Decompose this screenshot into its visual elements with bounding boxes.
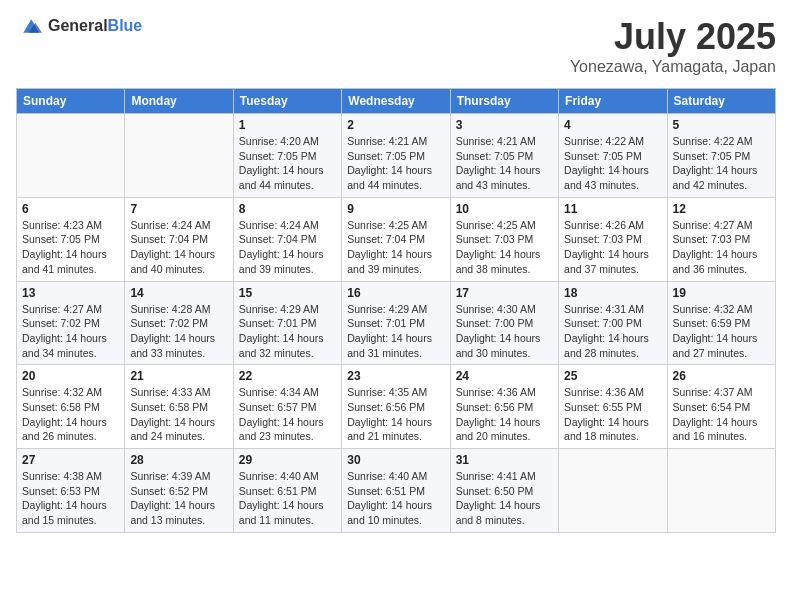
calendar-cell: 16Sunrise: 4:29 AMSunset: 7:01 PMDayligh… <box>342 281 450 365</box>
logo-general: General <box>48 17 108 34</box>
logo-blue: Blue <box>108 17 143 34</box>
day-info: Sunrise: 4:38 AMSunset: 6:53 PMDaylight:… <box>22 469 119 528</box>
calendar-cell: 11Sunrise: 4:26 AMSunset: 7:03 PMDayligh… <box>559 197 667 281</box>
col-header-sunday: Sunday <box>17 89 125 114</box>
day-number: 23 <box>347 369 444 383</box>
day-number: 18 <box>564 286 661 300</box>
day-info: Sunrise: 4:24 AMSunset: 7:04 PMDaylight:… <box>239 218 336 277</box>
calendar-cell: 30Sunrise: 4:40 AMSunset: 6:51 PMDayligh… <box>342 449 450 533</box>
day-number: 19 <box>673 286 770 300</box>
day-info: Sunrise: 4:27 AMSunset: 7:02 PMDaylight:… <box>22 302 119 361</box>
calendar-cell: 15Sunrise: 4:29 AMSunset: 7:01 PMDayligh… <box>233 281 341 365</box>
day-info: Sunrise: 4:37 AMSunset: 6:54 PMDaylight:… <box>673 385 770 444</box>
calendar-cell: 29Sunrise: 4:40 AMSunset: 6:51 PMDayligh… <box>233 449 341 533</box>
day-number: 24 <box>456 369 553 383</box>
calendar-cell: 20Sunrise: 4:32 AMSunset: 6:58 PMDayligh… <box>17 365 125 449</box>
day-info: Sunrise: 4:33 AMSunset: 6:58 PMDaylight:… <box>130 385 227 444</box>
calendar-cell: 31Sunrise: 4:41 AMSunset: 6:50 PMDayligh… <box>450 449 558 533</box>
day-number: 10 <box>456 202 553 216</box>
day-number: 6 <box>22 202 119 216</box>
day-number: 2 <box>347 118 444 132</box>
month-title: July 2025 <box>570 16 776 58</box>
day-number: 25 <box>564 369 661 383</box>
calendar-cell: 26Sunrise: 4:37 AMSunset: 6:54 PMDayligh… <box>667 365 775 449</box>
calendar-week-row: 20Sunrise: 4:32 AMSunset: 6:58 PMDayligh… <box>17 365 776 449</box>
calendar-cell: 21Sunrise: 4:33 AMSunset: 6:58 PMDayligh… <box>125 365 233 449</box>
calendar-cell: 8Sunrise: 4:24 AMSunset: 7:04 PMDaylight… <box>233 197 341 281</box>
calendar-cell: 17Sunrise: 4:30 AMSunset: 7:00 PMDayligh… <box>450 281 558 365</box>
day-number: 16 <box>347 286 444 300</box>
day-info: Sunrise: 4:35 AMSunset: 6:56 PMDaylight:… <box>347 385 444 444</box>
col-header-wednesday: Wednesday <box>342 89 450 114</box>
day-number: 4 <box>564 118 661 132</box>
day-info: Sunrise: 4:34 AMSunset: 6:57 PMDaylight:… <box>239 385 336 444</box>
calendar-cell: 13Sunrise: 4:27 AMSunset: 7:02 PMDayligh… <box>17 281 125 365</box>
day-number: 5 <box>673 118 770 132</box>
day-number: 26 <box>673 369 770 383</box>
location-title: Yonezawa, Yamagata, Japan <box>570 58 776 76</box>
day-info: Sunrise: 4:40 AMSunset: 6:51 PMDaylight:… <box>347 469 444 528</box>
calendar-cell: 6Sunrise: 4:23 AMSunset: 7:05 PMDaylight… <box>17 197 125 281</box>
calendar-cell: 9Sunrise: 4:25 AMSunset: 7:04 PMDaylight… <box>342 197 450 281</box>
day-info: Sunrise: 4:24 AMSunset: 7:04 PMDaylight:… <box>130 218 227 277</box>
day-number: 21 <box>130 369 227 383</box>
calendar-table: SundayMondayTuesdayWednesdayThursdayFrid… <box>16 88 776 533</box>
day-info: Sunrise: 4:32 AMSunset: 6:58 PMDaylight:… <box>22 385 119 444</box>
calendar-week-row: 27Sunrise: 4:38 AMSunset: 6:53 PMDayligh… <box>17 449 776 533</box>
day-number: 30 <box>347 453 444 467</box>
logo-icon <box>16 16 44 36</box>
day-number: 31 <box>456 453 553 467</box>
calendar-cell: 23Sunrise: 4:35 AMSunset: 6:56 PMDayligh… <box>342 365 450 449</box>
calendar-cell: 5Sunrise: 4:22 AMSunset: 7:05 PMDaylight… <box>667 114 775 198</box>
day-info: Sunrise: 4:29 AMSunset: 7:01 PMDaylight:… <box>347 302 444 361</box>
calendar-cell: 27Sunrise: 4:38 AMSunset: 6:53 PMDayligh… <box>17 449 125 533</box>
day-info: Sunrise: 4:36 AMSunset: 6:56 PMDaylight:… <box>456 385 553 444</box>
day-info: Sunrise: 4:25 AMSunset: 7:03 PMDaylight:… <box>456 218 553 277</box>
day-info: Sunrise: 4:20 AMSunset: 7:05 PMDaylight:… <box>239 134 336 193</box>
calendar-cell <box>17 114 125 198</box>
day-number: 12 <box>673 202 770 216</box>
page-header: GeneralBlue July 2025 Yonezawa, Yamagata… <box>16 16 776 76</box>
calendar-cell: 4Sunrise: 4:22 AMSunset: 7:05 PMDaylight… <box>559 114 667 198</box>
calendar-cell: 18Sunrise: 4:31 AMSunset: 7:00 PMDayligh… <box>559 281 667 365</box>
day-number: 15 <box>239 286 336 300</box>
calendar-week-row: 1Sunrise: 4:20 AMSunset: 7:05 PMDaylight… <box>17 114 776 198</box>
day-info: Sunrise: 4:27 AMSunset: 7:03 PMDaylight:… <box>673 218 770 277</box>
calendar-cell <box>125 114 233 198</box>
day-number: 28 <box>130 453 227 467</box>
calendar-cell: 3Sunrise: 4:21 AMSunset: 7:05 PMDaylight… <box>450 114 558 198</box>
calendar-cell: 25Sunrise: 4:36 AMSunset: 6:55 PMDayligh… <box>559 365 667 449</box>
calendar-header-row: SundayMondayTuesdayWednesdayThursdayFrid… <box>17 89 776 114</box>
calendar-cell <box>559 449 667 533</box>
col-header-thursday: Thursday <box>450 89 558 114</box>
calendar-cell: 22Sunrise: 4:34 AMSunset: 6:57 PMDayligh… <box>233 365 341 449</box>
day-info: Sunrise: 4:31 AMSunset: 7:00 PMDaylight:… <box>564 302 661 361</box>
calendar-cell: 19Sunrise: 4:32 AMSunset: 6:59 PMDayligh… <box>667 281 775 365</box>
calendar-cell: 28Sunrise: 4:39 AMSunset: 6:52 PMDayligh… <box>125 449 233 533</box>
calendar-cell: 10Sunrise: 4:25 AMSunset: 7:03 PMDayligh… <box>450 197 558 281</box>
day-number: 20 <box>22 369 119 383</box>
day-number: 17 <box>456 286 553 300</box>
calendar-cell: 24Sunrise: 4:36 AMSunset: 6:56 PMDayligh… <box>450 365 558 449</box>
day-info: Sunrise: 4:36 AMSunset: 6:55 PMDaylight:… <box>564 385 661 444</box>
day-number: 11 <box>564 202 661 216</box>
col-header-friday: Friday <box>559 89 667 114</box>
day-info: Sunrise: 4:32 AMSunset: 6:59 PMDaylight:… <box>673 302 770 361</box>
calendar-week-row: 13Sunrise: 4:27 AMSunset: 7:02 PMDayligh… <box>17 281 776 365</box>
day-number: 29 <box>239 453 336 467</box>
day-number: 22 <box>239 369 336 383</box>
col-header-monday: Monday <box>125 89 233 114</box>
day-info: Sunrise: 4:22 AMSunset: 7:05 PMDaylight:… <box>564 134 661 193</box>
title-block: July 2025 Yonezawa, Yamagata, Japan <box>570 16 776 76</box>
day-number: 7 <box>130 202 227 216</box>
calendar-cell: 1Sunrise: 4:20 AMSunset: 7:05 PMDaylight… <box>233 114 341 198</box>
day-info: Sunrise: 4:39 AMSunset: 6:52 PMDaylight:… <box>130 469 227 528</box>
calendar-cell <box>667 449 775 533</box>
calendar-cell: 12Sunrise: 4:27 AMSunset: 7:03 PMDayligh… <box>667 197 775 281</box>
day-info: Sunrise: 4:41 AMSunset: 6:50 PMDaylight:… <box>456 469 553 528</box>
day-number: 1 <box>239 118 336 132</box>
day-number: 3 <box>456 118 553 132</box>
col-header-tuesday: Tuesday <box>233 89 341 114</box>
day-info: Sunrise: 4:21 AMSunset: 7:05 PMDaylight:… <box>347 134 444 193</box>
day-info: Sunrise: 4:21 AMSunset: 7:05 PMDaylight:… <box>456 134 553 193</box>
